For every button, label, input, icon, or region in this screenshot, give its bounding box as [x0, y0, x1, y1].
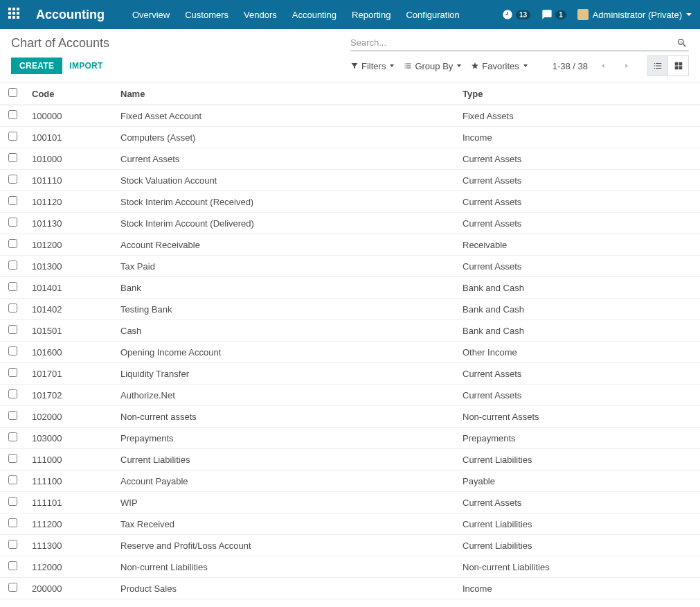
view-list-button[interactable]: [647, 55, 668, 76]
cell-code[interactable]: 100101: [25, 127, 114, 148]
table-row[interactable]: 100000Fixed Asset AccountFixed Assets: [0, 105, 700, 127]
user-menu[interactable]: Administrator (Private): [577, 9, 692, 20]
row-checkbox[interactable]: [8, 304, 17, 313]
row-checkbox[interactable]: [8, 132, 17, 141]
table-row[interactable]: 101300Tax PaidCurrent Assets: [0, 256, 700, 277]
cell-code[interactable]: 200000: [25, 578, 114, 599]
table-row[interactable]: 101501CashBank and Cash: [0, 320, 700, 342]
table-row[interactable]: 200000Product SalesIncome: [0, 578, 700, 599]
cell-code[interactable]: 101130: [25, 213, 114, 234]
cell-type[interactable]: Current Assets: [456, 256, 700, 277]
cell-code[interactable]: 100000: [25, 105, 114, 127]
cell-type[interactable]: Current Assets: [456, 492, 700, 513]
cell-code[interactable]: 102000: [25, 406, 114, 428]
view-kanban-button[interactable]: [668, 55, 689, 76]
cell-name[interactable]: Current Assets: [114, 148, 456, 170]
cell-name[interactable]: Tax Paid: [114, 256, 456, 277]
cell-code[interactable]: 101110: [25, 170, 114, 191]
nav-customers[interactable]: Customers: [185, 10, 228, 20]
cell-name[interactable]: Authorize.Net: [114, 385, 456, 406]
cell-code[interactable]: 101701: [25, 363, 114, 385]
cell-name[interactable]: Product Sales: [114, 578, 456, 599]
pager-prev-button[interactable]: [595, 59, 611, 73]
search-input[interactable]: [350, 35, 675, 51]
cell-type[interactable]: Current Assets: [456, 191, 700, 213]
nav-reporting[interactable]: Reporting: [352, 10, 391, 20]
row-checkbox[interactable]: [8, 475, 17, 484]
select-all-checkbox[interactable]: [8, 88, 17, 97]
cell-name[interactable]: Reserve and Profit/Loss Account: [114, 535, 456, 556]
row-checkbox[interactable]: [8, 583, 17, 592]
row-checkbox[interactable]: [8, 346, 17, 355]
cell-name[interactable]: Liquidity Transfer: [114, 363, 456, 385]
apps-icon[interactable]: [8, 8, 22, 21]
row-checkbox[interactable]: [8, 110, 17, 119]
pager-next-button[interactable]: [618, 59, 635, 73]
cell-type[interactable]: Other Income: [456, 342, 700, 363]
table-row[interactable]: 111000Current LiabilitiesCurrent Liabili…: [0, 449, 700, 470]
table-row[interactable]: 101120Stock Interim Account (Received)Cu…: [0, 191, 700, 213]
table-row[interactable]: 101130Stock Interim Account (Delivered)C…: [0, 213, 700, 234]
table-row[interactable]: 101402Testing BankBank and Cash: [0, 299, 700, 320]
cell-type[interactable]: Non-current Assets: [456, 406, 700, 428]
cell-name[interactable]: Account Payable: [114, 470, 456, 492]
table-row[interactable]: 103000PrepaymentsPrepayments: [0, 428, 700, 449]
row-checkbox[interactable]: [8, 432, 17, 441]
cell-type[interactable]: Current Liabilities: [456, 513, 700, 535]
cell-type[interactable]: Current Assets: [456, 385, 700, 406]
cell-name[interactable]: Cash: [114, 320, 456, 342]
table-row[interactable]: 111100Account PayablePayable: [0, 470, 700, 492]
nav-configuration[interactable]: Configuration: [406, 10, 459, 20]
activity-button[interactable]: 13: [502, 9, 530, 20]
row-checkbox[interactable]: [8, 497, 17, 506]
cell-type[interactable]: Income: [456, 127, 700, 148]
cell-type[interactable]: Current Liabilities: [456, 535, 700, 556]
cell-code[interactable]: 101402: [25, 299, 114, 320]
search-expand-button[interactable]: [675, 36, 689, 50]
table-row[interactable]: 101000Current AssetsCurrent Assets: [0, 148, 700, 170]
nav-accounting[interactable]: Accounting: [292, 10, 336, 20]
row-checkbox[interactable]: [8, 389, 17, 398]
cell-code[interactable]: 111101: [25, 492, 114, 513]
table-row[interactable]: 101110Stock Valuation AccountCurrent Ass…: [0, 170, 700, 191]
row-checkbox[interactable]: [8, 175, 17, 184]
cell-type[interactable]: Current Assets: [456, 170, 700, 191]
cell-name[interactable]: Computers (Asset): [114, 127, 456, 148]
cell-code[interactable]: 101600: [25, 342, 114, 363]
cell-code[interactable]: 101300: [25, 256, 114, 277]
filters-dropdown[interactable]: Filters: [350, 61, 394, 71]
cell-name[interactable]: Stock Valuation Account: [114, 170, 456, 191]
table-row[interactable]: 101600Opening Income AccountOther Income: [0, 342, 700, 363]
cell-name[interactable]: Bank: [114, 277, 456, 299]
cell-name[interactable]: Stock Interim Account (Delivered): [114, 213, 456, 234]
table-row[interactable]: 101701Liquidity TransferCurrent Assets: [0, 363, 700, 385]
cell-type[interactable]: Fixed Assets: [456, 105, 700, 127]
table-row[interactable]: 111101WIPCurrent Assets: [0, 492, 700, 513]
row-checkbox[interactable]: [8, 218, 17, 227]
column-code[interactable]: Code: [25, 82, 114, 105]
cell-name[interactable]: Non-current assets: [114, 406, 456, 428]
create-button[interactable]: CREATE: [11, 58, 62, 74]
cell-type[interactable]: Bank and Cash: [456, 299, 700, 320]
cell-code[interactable]: 112000: [25, 556, 114, 578]
cell-code[interactable]: 111100: [25, 470, 114, 492]
cell-name[interactable]: Account Receivable: [114, 234, 456, 256]
cell-code[interactable]: 101000: [25, 148, 114, 170]
cell-type[interactable]: Bank and Cash: [456, 277, 700, 299]
import-button[interactable]: IMPORT: [69, 61, 102, 71]
cell-code[interactable]: 101401: [25, 277, 114, 299]
app-brand[interactable]: Accounting: [36, 8, 105, 22]
row-checkbox[interactable]: [8, 518, 17, 527]
cell-type[interactable]: Receivable: [456, 234, 700, 256]
cell-name[interactable]: Testing Bank: [114, 299, 456, 320]
row-checkbox[interactable]: [8, 282, 17, 291]
table-row[interactable]: 100101Computers (Asset)Income: [0, 127, 700, 148]
cell-code[interactable]: 103000: [25, 428, 114, 449]
cell-name[interactable]: Tax Received: [114, 513, 456, 535]
cell-code[interactable]: 101120: [25, 191, 114, 213]
cell-name[interactable]: Fixed Asset Account: [114, 105, 456, 127]
cell-name[interactable]: Non-current Liabilities: [114, 556, 456, 578]
favorites-dropdown[interactable]: Favorites: [471, 61, 527, 71]
cell-code[interactable]: 111300: [25, 535, 114, 556]
cell-name[interactable]: Stock Interim Account (Received): [114, 191, 456, 213]
